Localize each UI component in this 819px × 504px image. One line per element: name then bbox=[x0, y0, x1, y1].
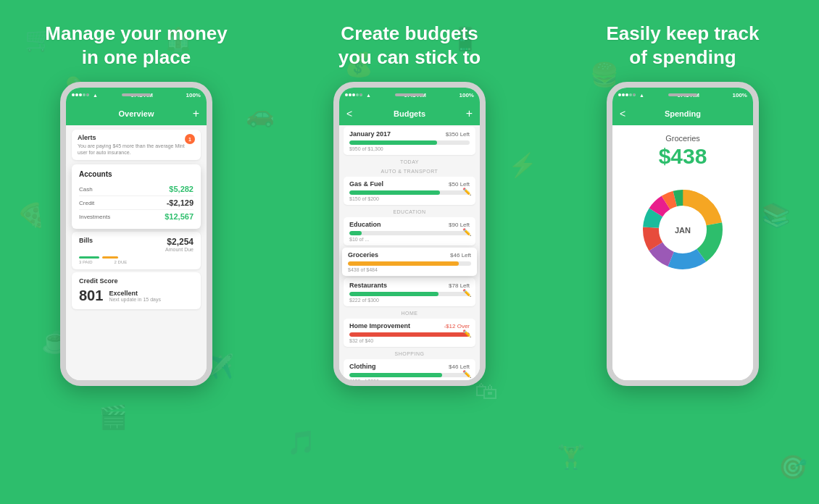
nav-title-1: Overview bbox=[119, 109, 154, 118]
budget-track-clothing bbox=[349, 373, 470, 377]
budget-name-jan: January 2017 bbox=[349, 130, 391, 138]
dot5 bbox=[86, 93, 89, 96]
budget-header-clothing: Clothing $46 Left bbox=[349, 363, 470, 370]
budget-header-restaurants: Restaurants $78 Left bbox=[349, 282, 470, 289]
alert-title-1: Alerts bbox=[78, 134, 195, 141]
budget-name-clothing: Clothing bbox=[349, 363, 376, 370]
b-dot1 bbox=[345, 93, 348, 96]
bills-bar-green bbox=[79, 256, 99, 259]
bills-title-1: Bills bbox=[79, 237, 93, 244]
dot1 bbox=[72, 93, 75, 96]
account-name-investments: Investments bbox=[79, 214, 110, 220]
section-shopping: SHOPPING bbox=[339, 348, 480, 358]
section-home: HOME bbox=[339, 308, 480, 317]
donut-label: JAN bbox=[675, 226, 691, 235]
budget-sub-gas: $150 of $200 bbox=[349, 196, 470, 201]
edit-icon-edu[interactable]: ✏️ bbox=[462, 227, 471, 235]
status-bar-3: ▲ 9:41 AM 100% bbox=[612, 88, 753, 102]
panel-3-heading: Easily keep track of spending bbox=[606, 22, 759, 69]
signal-dots-3 bbox=[618, 93, 636, 96]
status-bar-2: ▲ 9:41 AM 100% bbox=[339, 88, 480, 102]
budget-name-restaurants: Restaurants bbox=[349, 282, 387, 289]
phone-1: ▲ 9:41 AM 100% Overview + Alerts 1 You a… bbox=[60, 82, 212, 386]
budget-sub-groceries: $438 of $484 bbox=[348, 267, 471, 272]
status-left-2: ▲ bbox=[345, 93, 371, 98]
edit-icon-restaurants[interactable]: ✏️ bbox=[462, 288, 471, 296]
b-dot4 bbox=[356, 93, 359, 96]
nav-back-2[interactable]: < bbox=[346, 108, 352, 119]
budget-fill-groceries bbox=[348, 261, 459, 266]
budget-item-clothing: Clothing $46 Left $155 of $200 ✏️ bbox=[344, 359, 475, 380]
nav-bar-2: < Budgets + bbox=[339, 102, 480, 125]
panel-1-heading: Manage your money in one place bbox=[45, 22, 227, 69]
dot2 bbox=[75, 93, 78, 96]
alert-text-1: You are paying $45 more than the average… bbox=[78, 143, 195, 156]
account-amount-cash: $5,282 bbox=[169, 185, 194, 193]
credit-info: Excellent Next update in 15 days bbox=[109, 290, 161, 302]
s-dot5 bbox=[633, 93, 636, 96]
edit-icon-gas[interactable]: ✏️ bbox=[462, 187, 471, 195]
account-amount-credit: -$2,129 bbox=[167, 198, 194, 207]
s-dot2 bbox=[622, 93, 625, 96]
budget-header-groceries: Groceries $46 Left bbox=[348, 251, 471, 259]
budget-track-edu bbox=[349, 231, 470, 235]
nav-bar-3: < Spending bbox=[612, 102, 753, 125]
b-dot3 bbox=[352, 93, 355, 96]
account-name-credit: Credit bbox=[79, 200, 94, 206]
credit-title-1: Credit Score bbox=[79, 277, 194, 285]
edit-icon-clothing[interactable]: ✏️ bbox=[462, 369, 471, 377]
section-auto: AUTO & TRANSPORT bbox=[339, 166, 480, 175]
section-education: EDUCATION bbox=[339, 206, 480, 216]
wifi-icon-1: ▲ bbox=[93, 93, 98, 98]
bills-amount-block: $2,254 Amount Due bbox=[165, 237, 194, 252]
bills-due2-label: 2 DUE bbox=[115, 260, 128, 264]
bills-labels-1: 3 PAID 2 DUE bbox=[79, 260, 194, 264]
budget-sub-home-imp: $32 of $40 bbox=[349, 338, 470, 343]
budget-fill-restaurants bbox=[349, 292, 438, 296]
budget-sub-clothing: $155 of $200 bbox=[349, 379, 470, 380]
credit-card-1: Credit Score 801 Excellent Next update i… bbox=[72, 272, 201, 309]
budget-name-gas: Gas & Fuel bbox=[349, 180, 383, 188]
budget-fill-home-imp bbox=[349, 332, 470, 337]
phone-1-screen: ▲ 9:41 AM 100% Overview + Alerts 1 You a… bbox=[66, 88, 207, 380]
budget-track-restaurants bbox=[349, 292, 470, 296]
budget-track-groceries bbox=[348, 261, 471, 266]
nav-plus-2[interactable]: + bbox=[466, 108, 473, 119]
screen-1-content: Alerts 1 You are paying $45 more than th… bbox=[66, 125, 207, 380]
edit-icon-home-imp[interactable]: ✏️ bbox=[462, 329, 471, 337]
s-dot4 bbox=[629, 93, 632, 96]
panel-2-heading: Create budgets you can stick to bbox=[338, 22, 481, 69]
wifi-icon-2: ▲ bbox=[366, 93, 371, 98]
nav-back-3[interactable]: < bbox=[620, 108, 625, 119]
credit-score-value: 801 bbox=[79, 287, 103, 304]
budget-track-gas bbox=[349, 190, 470, 195]
battery-3: 100% bbox=[733, 92, 747, 98]
battery-2: 100% bbox=[460, 92, 474, 98]
nav-title-2: Budgets bbox=[394, 109, 425, 118]
bills-paid-label: 3 PAID bbox=[79, 260, 93, 264]
budget-fill-gas bbox=[349, 190, 440, 195]
status-time-1: 9:41 AM bbox=[131, 92, 153, 98]
budget-header-gas: Gas & Fuel $50 Left bbox=[349, 180, 470, 188]
panel-spending: Easily keep track of spending ▲ 9:41 AM … bbox=[546, 0, 819, 504]
dot3 bbox=[79, 93, 82, 96]
nav-plus-1[interactable]: + bbox=[193, 108, 199, 119]
credit-sub: Next update in 15 days bbox=[109, 297, 161, 302]
account-row-investments: Investments $12,567 bbox=[79, 210, 194, 223]
budget-track-home-imp bbox=[349, 332, 470, 337]
nav-title-3: Spending bbox=[665, 109, 701, 118]
s-dot3 bbox=[625, 93, 628, 96]
accounts-card-1: Accounts Cash $5,282 Credit -$2,129 Inve… bbox=[72, 164, 201, 229]
bills-card-1: Bills $2,254 Amount Due 3 PAID 2 DUE bbox=[72, 232, 201, 269]
budget-name-groceries: Groceries bbox=[348, 251, 378, 259]
budget-name-edu: Education bbox=[349, 221, 381, 228]
bills-amount-1: $2,254 bbox=[165, 237, 194, 247]
credit-row-1: 801 Excellent Next update in 15 days bbox=[79, 287, 194, 304]
bills-bar-yellow bbox=[102, 256, 118, 259]
phone-2: ▲ 9:41 AM 100% < Budgets + January 2017 … bbox=[333, 82, 486, 386]
status-time-3: 9:41 AM bbox=[678, 92, 699, 98]
budget-item-restaurants: Restaurants $78 Left $222 of $300 ✏️ bbox=[344, 278, 475, 306]
bills-header-1: Bills $2,254 Amount Due bbox=[79, 237, 194, 252]
budget-header-home-imp: Home Improvement -$12 Over bbox=[349, 322, 470, 329]
account-name-cash: Cash bbox=[79, 186, 93, 193]
